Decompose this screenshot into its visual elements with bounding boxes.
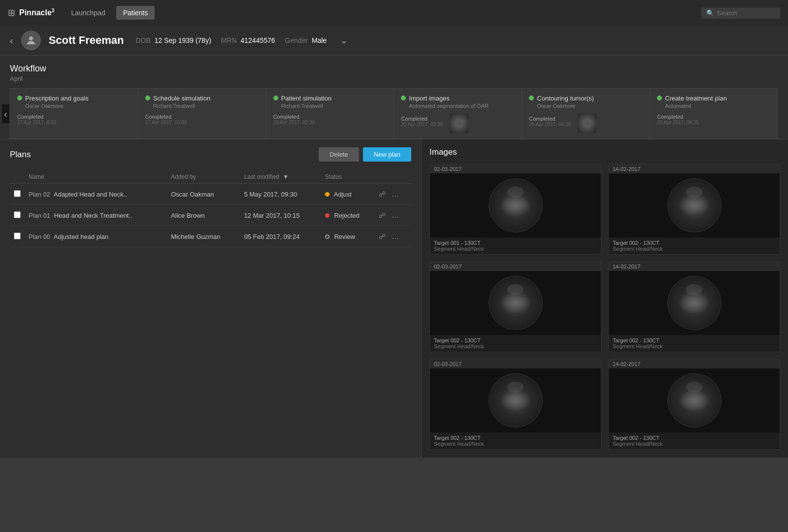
workflow-card-3: Patient simulation Richard Treatwell Com… xyxy=(266,88,394,139)
row1-actions[interactable]: ☍ … xyxy=(375,184,411,205)
table-row[interactable]: Plan 02 Adapted Head and Neck.. Oscar Oa… xyxy=(10,184,411,205)
card-5-status: Completed xyxy=(529,116,571,122)
card-5-date: 25 Apr 2017, 04:20 xyxy=(529,122,571,127)
main-content: Workflow April ‹ Prescription and goals … xyxy=(0,56,788,458)
image-caption2-6: Segment Head/Neck xyxy=(613,441,776,447)
workflow-card-5: Contouring tumor(s) Oscar Oakmore Comple… xyxy=(522,88,650,139)
col-last-modified: Last modified ▼ xyxy=(240,170,321,184)
card-6-title-area: Create treatment plan xyxy=(657,95,771,102)
card-3-status: Completed xyxy=(273,114,387,120)
row3-checkbox[interactable] xyxy=(14,233,21,239)
more-options-button[interactable]: … xyxy=(392,190,399,199)
card-1-status: Completed xyxy=(17,114,131,120)
image-card-5[interactable]: 02-03-2017 Target 002 - 130CT Segment He… xyxy=(429,359,601,450)
image-caption2-3: Segment Head/Neck xyxy=(434,343,597,349)
row3-last-modified: 05 Feb 2017, 09:24 xyxy=(240,226,321,247)
avatar xyxy=(21,31,41,50)
brand-name: Pinnacle3 xyxy=(19,8,54,17)
image-thumb-4 xyxy=(609,271,780,335)
image-date-2: 14-02-2017 xyxy=(609,165,780,173)
card-5-thumbnail xyxy=(578,114,596,133)
table-row[interactable]: Plan 01 Head and Neck Treatment.. Alice … xyxy=(10,205,411,226)
card-4-date: 20 Apr 2017, 03:30 xyxy=(401,122,443,127)
row1-checkbox[interactable] xyxy=(14,190,21,197)
card-6-date: 25 Apr 2017, 04:25 xyxy=(657,120,771,125)
mri-brain-6-icon xyxy=(667,373,722,428)
image-thumb-6 xyxy=(609,368,780,432)
completed-dot-icon xyxy=(17,96,22,100)
image-card-6[interactable]: 14-02-2017 Target 002 - 130CT Segment He… xyxy=(608,359,780,450)
table-row[interactable]: Plan 00 Adjusted head plan Michelle Guzm… xyxy=(10,226,411,247)
workflow-card-4: Import images Automated segmentation of … xyxy=(394,88,522,139)
image-caption1-4: Target 002 - 130CT xyxy=(613,337,776,343)
dropdown-arrow-icon[interactable]: ⌄ xyxy=(340,35,348,46)
share-icon[interactable]: ☍ xyxy=(379,190,386,198)
mri-thumbnail-5-icon xyxy=(578,114,596,133)
col-name: Name xyxy=(25,170,167,184)
card-2-title-area: Schedule simulation xyxy=(145,95,259,102)
new-plan-button[interactable]: New plan xyxy=(363,147,411,162)
search-icon: 🔍 xyxy=(706,9,714,17)
image-card-4[interactable]: 14-02-2017 Target 002 - 130CT Segment He… xyxy=(608,262,780,352)
card-2-date: 17 Apr 2017, 10:00 xyxy=(145,120,259,125)
image-card-2[interactable]: 14-02-2017 Target 002 - 130CT Segment He… xyxy=(608,164,780,255)
workflow-card-6: Create treatment plan Automated Complete… xyxy=(650,88,778,139)
image-caption1-5: Target 002 - 130CT xyxy=(434,435,597,441)
card-3-title-area: Patient simulation xyxy=(273,95,387,102)
share-3-icon[interactable]: ☍ xyxy=(379,233,386,240)
launchpad-button[interactable]: Launchpad xyxy=(64,6,112,20)
card-6-person: Automated xyxy=(657,103,771,109)
back-arrow-icon[interactable]: ‹ xyxy=(10,35,13,46)
row2-checkbox[interactable] xyxy=(14,211,21,218)
grid-icon[interactable]: ⊞ xyxy=(8,7,15,18)
card-1-title: Prescription and goals xyxy=(25,95,89,102)
more-options-3-button[interactable]: … xyxy=(392,232,399,241)
card-4-person: Automated segmentation of OAR xyxy=(401,103,515,109)
image-thumb-5 xyxy=(430,368,601,432)
row2-checkbox-cell[interactable] xyxy=(10,205,25,226)
image-card-3[interactable]: 02-03-2017 Target 002 - 130CT Segment He… xyxy=(429,262,601,352)
card-1-title-area: Prescription and goals xyxy=(17,95,131,102)
row2-actions[interactable]: ☍ … xyxy=(375,205,411,226)
col-status: Status xyxy=(321,170,375,184)
card-4-title-area: Import images xyxy=(401,95,515,102)
workflow-prev-button[interactable]: ‹ xyxy=(2,104,9,123)
mri-brain-4-icon xyxy=(667,276,722,330)
workflow-title: Workflow xyxy=(10,64,778,74)
image-caption-2: Target 002 - 130CT Segment Head/Neck xyxy=(609,237,780,254)
row3-checkbox-cell[interactable] xyxy=(10,226,25,247)
completed-dot-5-icon xyxy=(529,96,534,100)
image-thumb-3 xyxy=(430,271,601,335)
more-options-2-button[interactable]: … xyxy=(392,211,399,220)
completed-dot-6-icon xyxy=(657,96,662,100)
card-3-date: 20 Apr 2017, 02:30 xyxy=(273,120,387,125)
delete-button[interactable]: Delete xyxy=(319,147,359,162)
row2-added-by: Alice Brown xyxy=(167,205,240,226)
image-caption2-1: Segment Head/Neck xyxy=(434,246,597,252)
image-thumb-2 xyxy=(609,173,780,237)
patients-button[interactable]: Patients xyxy=(116,6,155,20)
image-card-1[interactable]: 02-03-2017 Target 001 - 130CT Segment He… xyxy=(429,164,601,255)
search-input[interactable] xyxy=(717,9,775,17)
workflow-cards: ‹ Prescription and goals Oscar Oakmore C… xyxy=(10,88,778,139)
card-2-person: Richard Treatwell xyxy=(145,103,259,109)
row2-status: Rejected xyxy=(321,205,375,226)
share-2-icon[interactable]: ☍ xyxy=(379,211,386,219)
image-caption-1: Target 001 - 130CT Segment Head/Neck xyxy=(430,237,601,254)
status-rejected-icon xyxy=(325,213,329,218)
image-date-3: 02-03-2017 xyxy=(430,262,601,271)
card-6-title: Create treatment plan xyxy=(665,95,727,102)
completed-dot-3-icon xyxy=(273,96,278,100)
card-1-date: 17 Apr 2017, 8:00 xyxy=(17,120,131,125)
images-grid: 02-03-2017 Target 001 - 130CT Segment He… xyxy=(429,164,780,450)
svg-point-0 xyxy=(29,36,33,40)
row1-checkbox-cell[interactable] xyxy=(10,184,25,205)
sort-arrow-icon[interactable]: ▼ xyxy=(283,173,289,180)
image-caption-4: Target 002 - 130CT Segment Head/Neck xyxy=(609,335,780,352)
image-caption1-2: Target 002 - 130CT xyxy=(613,240,776,246)
row3-actions[interactable]: ☍ … xyxy=(375,226,411,247)
card-3-person: Richard Treatwell xyxy=(273,103,387,109)
mrn-value: 412445576 xyxy=(241,36,275,44)
patient-name: Scott Freeman xyxy=(49,34,124,47)
card-6-status: Completed xyxy=(657,114,771,120)
